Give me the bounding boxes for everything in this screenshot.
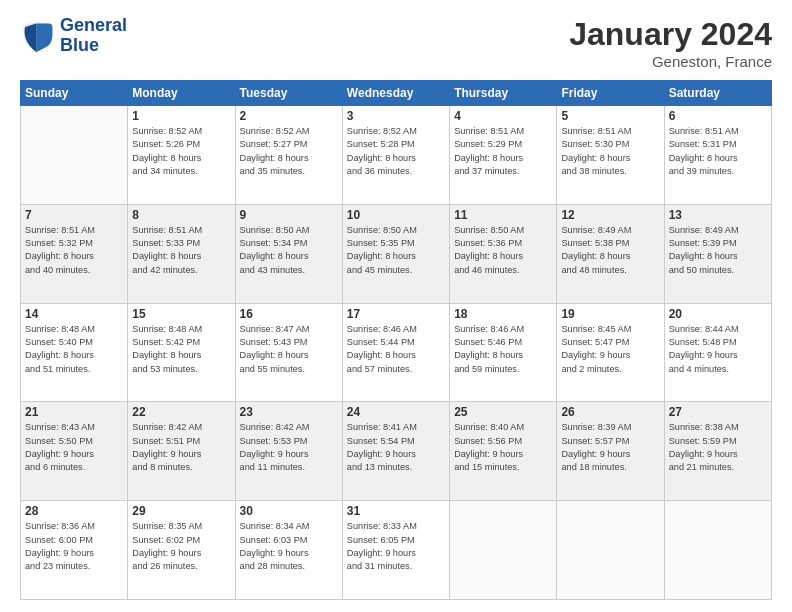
logo: General Blue bbox=[20, 16, 127, 56]
day-info: Sunrise: 8:51 AMSunset: 5:32 PMDaylight:… bbox=[25, 224, 123, 277]
day-info: Sunrise: 8:51 AMSunset: 5:31 PMDaylight:… bbox=[669, 125, 767, 178]
col-header-friday: Friday bbox=[557, 81, 664, 106]
day-number: 2 bbox=[240, 109, 338, 123]
day-number: 17 bbox=[347, 307, 445, 321]
col-header-monday: Monday bbox=[128, 81, 235, 106]
week-row-3: 14Sunrise: 8:48 AMSunset: 5:40 PMDayligh… bbox=[21, 303, 772, 402]
day-number: 5 bbox=[561, 109, 659, 123]
calendar-cell: 31Sunrise: 8:33 AMSunset: 6:05 PMDayligh… bbox=[342, 501, 449, 600]
header: General Blue January 2024 Geneston, Fran… bbox=[20, 16, 772, 70]
day-info: Sunrise: 8:48 AMSunset: 5:40 PMDaylight:… bbox=[25, 323, 123, 376]
day-info: Sunrise: 8:36 AMSunset: 6:00 PMDaylight:… bbox=[25, 520, 123, 573]
day-number: 16 bbox=[240, 307, 338, 321]
calendar-cell bbox=[21, 106, 128, 205]
calendar-cell: 20Sunrise: 8:44 AMSunset: 5:48 PMDayligh… bbox=[664, 303, 771, 402]
calendar-cell bbox=[664, 501, 771, 600]
day-number: 22 bbox=[132, 405, 230, 419]
day-info: Sunrise: 8:50 AMSunset: 5:35 PMDaylight:… bbox=[347, 224, 445, 277]
day-number: 7 bbox=[25, 208, 123, 222]
day-info: Sunrise: 8:34 AMSunset: 6:03 PMDaylight:… bbox=[240, 520, 338, 573]
day-info: Sunrise: 8:46 AMSunset: 5:46 PMDaylight:… bbox=[454, 323, 552, 376]
calendar-cell: 28Sunrise: 8:36 AMSunset: 6:00 PMDayligh… bbox=[21, 501, 128, 600]
calendar-cell: 27Sunrise: 8:38 AMSunset: 5:59 PMDayligh… bbox=[664, 402, 771, 501]
day-info: Sunrise: 8:52 AMSunset: 5:26 PMDaylight:… bbox=[132, 125, 230, 178]
day-number: 31 bbox=[347, 504, 445, 518]
calendar-cell: 25Sunrise: 8:40 AMSunset: 5:56 PMDayligh… bbox=[450, 402, 557, 501]
day-number: 23 bbox=[240, 405, 338, 419]
day-number: 14 bbox=[25, 307, 123, 321]
day-number: 1 bbox=[132, 109, 230, 123]
day-number: 4 bbox=[454, 109, 552, 123]
day-info: Sunrise: 8:45 AMSunset: 5:47 PMDaylight:… bbox=[561, 323, 659, 376]
calendar-cell: 7Sunrise: 8:51 AMSunset: 5:32 PMDaylight… bbox=[21, 204, 128, 303]
day-info: Sunrise: 8:42 AMSunset: 5:53 PMDaylight:… bbox=[240, 421, 338, 474]
day-number: 30 bbox=[240, 504, 338, 518]
calendar-cell: 2Sunrise: 8:52 AMSunset: 5:27 PMDaylight… bbox=[235, 106, 342, 205]
day-number: 21 bbox=[25, 405, 123, 419]
day-number: 26 bbox=[561, 405, 659, 419]
calendar-cell bbox=[557, 501, 664, 600]
day-info: Sunrise: 8:50 AMSunset: 5:34 PMDaylight:… bbox=[240, 224, 338, 277]
header-row: SundayMondayTuesdayWednesdayThursdayFrid… bbox=[21, 81, 772, 106]
calendar-cell: 18Sunrise: 8:46 AMSunset: 5:46 PMDayligh… bbox=[450, 303, 557, 402]
subtitle: Geneston, France bbox=[569, 53, 772, 70]
day-number: 19 bbox=[561, 307, 659, 321]
calendar-cell: 29Sunrise: 8:35 AMSunset: 6:02 PMDayligh… bbox=[128, 501, 235, 600]
calendar-table: SundayMondayTuesdayWednesdayThursdayFrid… bbox=[20, 80, 772, 600]
calendar-cell: 10Sunrise: 8:50 AMSunset: 5:35 PMDayligh… bbox=[342, 204, 449, 303]
day-number: 20 bbox=[669, 307, 767, 321]
calendar-cell: 13Sunrise: 8:49 AMSunset: 5:39 PMDayligh… bbox=[664, 204, 771, 303]
calendar-cell: 24Sunrise: 8:41 AMSunset: 5:54 PMDayligh… bbox=[342, 402, 449, 501]
day-number: 11 bbox=[454, 208, 552, 222]
day-number: 15 bbox=[132, 307, 230, 321]
day-info: Sunrise: 8:35 AMSunset: 6:02 PMDaylight:… bbox=[132, 520, 230, 573]
calendar-cell: 14Sunrise: 8:48 AMSunset: 5:40 PMDayligh… bbox=[21, 303, 128, 402]
main-title: January 2024 bbox=[569, 16, 772, 53]
day-info: Sunrise: 8:44 AMSunset: 5:48 PMDaylight:… bbox=[669, 323, 767, 376]
calendar-cell: 15Sunrise: 8:48 AMSunset: 5:42 PMDayligh… bbox=[128, 303, 235, 402]
day-info: Sunrise: 8:42 AMSunset: 5:51 PMDaylight:… bbox=[132, 421, 230, 474]
day-info: Sunrise: 8:43 AMSunset: 5:50 PMDaylight:… bbox=[25, 421, 123, 474]
calendar-cell: 12Sunrise: 8:49 AMSunset: 5:38 PMDayligh… bbox=[557, 204, 664, 303]
day-number: 24 bbox=[347, 405, 445, 419]
day-number: 13 bbox=[669, 208, 767, 222]
col-header-wednesday: Wednesday bbox=[342, 81, 449, 106]
title-block: January 2024 Geneston, France bbox=[569, 16, 772, 70]
day-info: Sunrise: 8:52 AMSunset: 5:27 PMDaylight:… bbox=[240, 125, 338, 178]
day-number: 3 bbox=[347, 109, 445, 123]
day-info: Sunrise: 8:49 AMSunset: 5:38 PMDaylight:… bbox=[561, 224, 659, 277]
day-number: 28 bbox=[25, 504, 123, 518]
day-info: Sunrise: 8:46 AMSunset: 5:44 PMDaylight:… bbox=[347, 323, 445, 376]
day-info: Sunrise: 8:39 AMSunset: 5:57 PMDaylight:… bbox=[561, 421, 659, 474]
day-info: Sunrise: 8:51 AMSunset: 5:29 PMDaylight:… bbox=[454, 125, 552, 178]
logo-icon bbox=[20, 18, 56, 54]
calendar-cell: 5Sunrise: 8:51 AMSunset: 5:30 PMDaylight… bbox=[557, 106, 664, 205]
day-number: 27 bbox=[669, 405, 767, 419]
calendar-cell: 16Sunrise: 8:47 AMSunset: 5:43 PMDayligh… bbox=[235, 303, 342, 402]
day-info: Sunrise: 8:48 AMSunset: 5:42 PMDaylight:… bbox=[132, 323, 230, 376]
day-info: Sunrise: 8:38 AMSunset: 5:59 PMDaylight:… bbox=[669, 421, 767, 474]
calendar-cell: 3Sunrise: 8:52 AMSunset: 5:28 PMDaylight… bbox=[342, 106, 449, 205]
calendar-cell: 30Sunrise: 8:34 AMSunset: 6:03 PMDayligh… bbox=[235, 501, 342, 600]
day-number: 25 bbox=[454, 405, 552, 419]
col-header-sunday: Sunday bbox=[21, 81, 128, 106]
day-info: Sunrise: 8:50 AMSunset: 5:36 PMDaylight:… bbox=[454, 224, 552, 277]
day-number: 6 bbox=[669, 109, 767, 123]
calendar-cell: 22Sunrise: 8:42 AMSunset: 5:51 PMDayligh… bbox=[128, 402, 235, 501]
calendar-cell: 21Sunrise: 8:43 AMSunset: 5:50 PMDayligh… bbox=[21, 402, 128, 501]
page: General Blue January 2024 Geneston, Fran… bbox=[0, 0, 792, 612]
calendar-cell: 8Sunrise: 8:51 AMSunset: 5:33 PMDaylight… bbox=[128, 204, 235, 303]
day-info: Sunrise: 8:41 AMSunset: 5:54 PMDaylight:… bbox=[347, 421, 445, 474]
calendar-cell: 17Sunrise: 8:46 AMSunset: 5:44 PMDayligh… bbox=[342, 303, 449, 402]
calendar-cell: 4Sunrise: 8:51 AMSunset: 5:29 PMDaylight… bbox=[450, 106, 557, 205]
day-info: Sunrise: 8:40 AMSunset: 5:56 PMDaylight:… bbox=[454, 421, 552, 474]
day-info: Sunrise: 8:47 AMSunset: 5:43 PMDaylight:… bbox=[240, 323, 338, 376]
day-number: 18 bbox=[454, 307, 552, 321]
day-info: Sunrise: 8:52 AMSunset: 5:28 PMDaylight:… bbox=[347, 125, 445, 178]
day-number: 10 bbox=[347, 208, 445, 222]
day-info: Sunrise: 8:49 AMSunset: 5:39 PMDaylight:… bbox=[669, 224, 767, 277]
day-number: 8 bbox=[132, 208, 230, 222]
day-info: Sunrise: 8:33 AMSunset: 6:05 PMDaylight:… bbox=[347, 520, 445, 573]
week-row-5: 28Sunrise: 8:36 AMSunset: 6:00 PMDayligh… bbox=[21, 501, 772, 600]
day-number: 29 bbox=[132, 504, 230, 518]
